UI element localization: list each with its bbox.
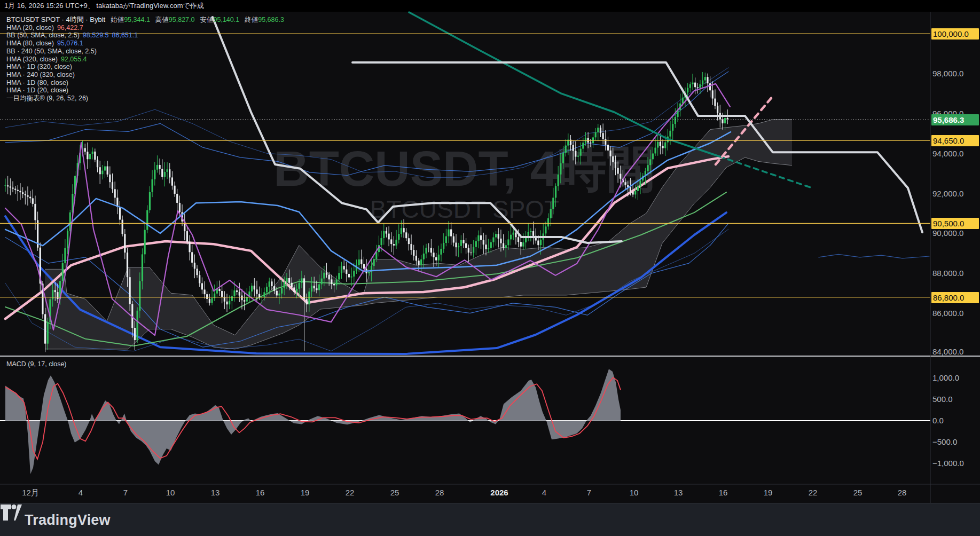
legend-row-label: BB · 240 (50, SMA, close, 2.5) xyxy=(6,48,97,55)
price-axis-label: 86,000.0 xyxy=(932,308,979,319)
macd-axis-label: −1,000.0 xyxy=(932,458,979,469)
legend-row[interactable]: HMA (320, close)92,055.4 xyxy=(6,56,284,64)
indicator-legend: BTCUSDT SPOT · 4時間 · Bybit始値95,344.1高値95… xyxy=(6,16,284,103)
time-axis-label: 7 xyxy=(123,488,128,497)
time-axis-label: 10 xyxy=(166,488,175,497)
ichimoku-cloud xyxy=(45,120,792,349)
time-axis-label: 19 xyxy=(764,488,773,497)
last-price-badge: 95,686.3 xyxy=(931,114,979,125)
tradingview-logo[interactable]: TradingView xyxy=(18,512,111,529)
legend-row-value: 98,529.5 xyxy=(83,31,109,39)
time-axis-label: 22 xyxy=(346,488,355,497)
macd-legend-row[interactable]: MACD (9, 17, close) xyxy=(6,360,67,368)
legend-row[interactable]: HMA (80, close)95,076.1 xyxy=(6,40,284,48)
legend-row-label: HMA · 1D (80, close) xyxy=(6,79,68,86)
time-axis-label: 28 xyxy=(435,488,444,497)
legend-row-label: 一目均衡表® (9, 26, 52, 26) xyxy=(6,94,88,102)
legend-row[interactable]: HMA · 1D (20, close) xyxy=(6,86,284,94)
white-step-upper xyxy=(352,62,922,232)
bb-right-extension xyxy=(819,254,929,258)
symbol-title: BTCUSDT SPOT · 4時間 · Bybit xyxy=(6,15,105,23)
legend-row-value: 86,651.1 xyxy=(112,31,138,39)
legend-row-label: HMA (20, close) xyxy=(6,24,54,31)
legend-row[interactable]: HMA · 240 (320, close) xyxy=(6,71,284,79)
legend-row[interactable]: HMA · 1D (320, close) xyxy=(6,63,284,71)
price-axis-label: 88,000.0 xyxy=(932,268,979,279)
legend-row[interactable]: HMA (20, close)96,422.7 xyxy=(6,24,284,32)
legend-row[interactable]: 一目均衡表® (9, 26, 52, 26) xyxy=(6,94,284,103)
time-axis-label: 16 xyxy=(719,488,728,497)
ohlc-value: 95,686.3 xyxy=(258,16,284,23)
ohlc-label: 高値 xyxy=(155,16,169,23)
time-axis-label: 10 xyxy=(630,488,639,497)
legend-row-label: HMA · 1D (20, close) xyxy=(6,86,68,94)
tradingview-logo-text: TradingView xyxy=(25,512,111,529)
time-axis-label: 16 xyxy=(256,488,265,497)
ohlc-label: 安値 xyxy=(200,16,214,23)
price-axis-label: 84,000.0 xyxy=(932,346,979,357)
macd-axis-label: −500.0 xyxy=(932,437,979,447)
legend-row-label: HMA (320, close) xyxy=(6,56,58,63)
time-axis-label: 25 xyxy=(390,488,399,497)
legend-row-label: BB (50, SMA, close, 2.5) xyxy=(6,31,80,39)
time-axis-label: 25 xyxy=(853,488,863,497)
time-axis-label: 28 xyxy=(898,488,907,497)
macd-axis-label: 1,000.0 xyxy=(932,373,979,383)
price-level-badge: 86,800.0 xyxy=(931,292,979,303)
legend-row-value: 96,422.7 xyxy=(57,24,83,31)
legend-row[interactable]: BB (50, SMA, close, 2.5)98,529.586,651.1 xyxy=(6,31,284,40)
ohlc-label: 始値 xyxy=(111,16,124,23)
ohlc-value: 95,344.1 xyxy=(124,16,150,23)
time-axis-label: 22 xyxy=(809,488,818,497)
time-axis-label: 19 xyxy=(301,488,310,497)
macd-axis-label: 500.0 xyxy=(932,394,979,405)
price-level-badge: 100,000.0 xyxy=(931,28,979,40)
ohlc-label: 終値 xyxy=(245,16,258,23)
price-axis-label: 90,000.0 xyxy=(932,228,979,239)
time-axis-label: 4 xyxy=(542,488,546,497)
macd-axis-label: 0.0 xyxy=(932,415,979,426)
ohlc-value: 95,140.1 xyxy=(214,16,240,23)
bottom-toolbar: TradingView xyxy=(0,503,980,536)
tradingview-logo-icon xyxy=(0,503,22,522)
legend-row-label: HMA · 1D (320, close) xyxy=(6,63,72,70)
legend-row-value: 92,055.4 xyxy=(61,56,87,63)
price-level-badge: 94,650.0 xyxy=(931,135,979,146)
time-axis-label: 7 xyxy=(587,488,591,497)
legend-row[interactable]: HMA · 1D (80, close) xyxy=(6,79,284,87)
price-axis-label: 98,000.0 xyxy=(932,68,979,79)
price-axis-label: 94,000.0 xyxy=(932,148,979,159)
time-axis-label: 2026 xyxy=(490,488,508,497)
legend-row-label: HMA · 240 (320, close) xyxy=(6,71,75,78)
ohlc-value: 95,827.0 xyxy=(169,16,195,23)
tradingview-chart-window: 1月 16, 2026 15:26 UTC+9、 takatabaがTradin… xyxy=(0,0,980,536)
time-axis-label: 12月 xyxy=(22,488,39,498)
time-axis-label: 4 xyxy=(79,488,83,497)
time-axis-label: 13 xyxy=(211,488,220,497)
price-axis-label: 92,000.0 xyxy=(932,188,979,199)
legend-row[interactable]: BB · 240 (50, SMA, close, 2.5) xyxy=(6,48,284,56)
legend-row-value: 95,076.1 xyxy=(57,40,83,47)
macd-legend-label: MACD (9, 17, close) xyxy=(6,360,67,368)
legend-row-label: HMA (80, close) xyxy=(6,40,54,47)
symbol-info-row[interactable]: BTCUSDT SPOT · 4時間 · Bybit始値95,344.1高値95… xyxy=(6,16,284,24)
time-axis-label: 13 xyxy=(674,488,683,497)
price-level-badge: 90,500.0 xyxy=(931,218,979,229)
